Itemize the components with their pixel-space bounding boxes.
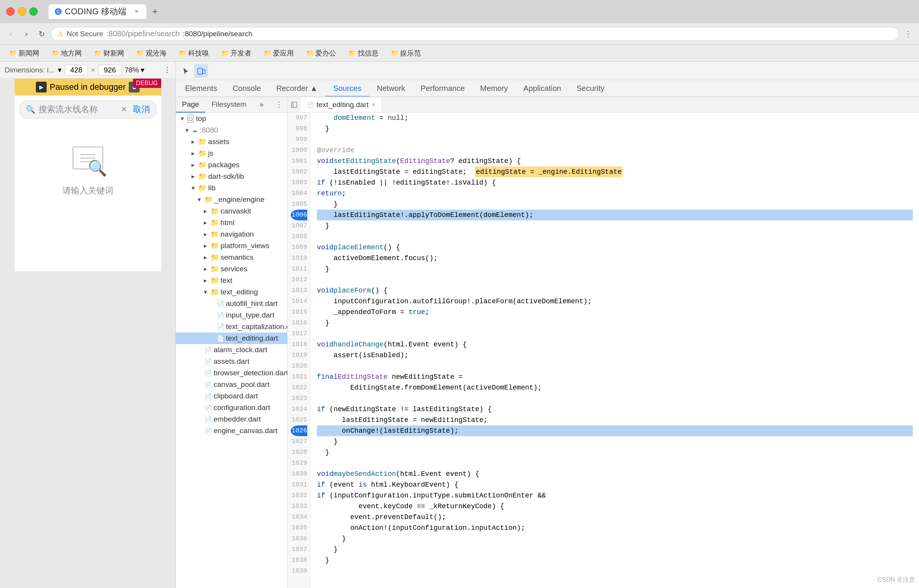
file-tree-tab-filesystem[interactable]: Filesystem	[205, 97, 252, 113]
bookmark-guancanghai[interactable]: 📁 观沧海	[133, 47, 170, 59]
bookmark-yuleran[interactable]: 📁 娱乐范	[388, 47, 424, 59]
zoom-dropdown[interactable]: 78% ▾	[125, 66, 145, 74]
tree-arrow: ►	[202, 243, 209, 249]
line-num-1010: 1010	[291, 253, 307, 264]
tree-item-engine-canvas[interactable]: 📄 engine_canvas.dart	[176, 425, 287, 437]
debug-play-button[interactable]: ▶	[36, 82, 47, 92]
height-input[interactable]	[98, 65, 121, 76]
maximize-window-button[interactable]	[29, 7, 38, 16]
bookmark-zhaoxinxi[interactable]: 📁 找信息	[345, 47, 382, 59]
file-tree-options-button[interactable]: ⋮	[271, 97, 287, 113]
code-line-1035: onAction!(inputConfiguration.inputAction…	[317, 522, 913, 533]
back-button[interactable]: ‹	[5, 28, 17, 40]
cursor-tool-button[interactable]	[179, 64, 193, 78]
tab-memory[interactable]: Memory	[473, 81, 516, 97]
bookmark-xinwen[interactable]: 📁 新闻网	[6, 47, 42, 59]
tree-item-platform-views[interactable]: ► 📁 platform_views	[176, 240, 287, 252]
tree-item-host[interactable]: ▼ ☁ :8080	[176, 124, 287, 136]
devtools-more-button[interactable]: ⋮	[163, 66, 171, 74]
tree-item-alarm-clock[interactable]: 📄 alarm_clock.dart	[176, 344, 287, 356]
folder-icon: 📁	[210, 207, 219, 215]
line-num-1005: 1005	[291, 199, 307, 210]
tree-arrow: ►	[202, 231, 209, 237]
tree-item-html[interactable]: ► 📁 html	[176, 217, 287, 228]
tree-item-text-editing[interactable]: ▼ 📁 text_editing	[176, 286, 287, 298]
browser-tab[interactable]: C CODING 移动端 ×	[49, 4, 146, 19]
bookmark-difang[interactable]: 📁 地方网	[49, 47, 85, 59]
tree-item-text[interactable]: ► 📁 text	[176, 275, 287, 286]
tree-item-services[interactable]: ► 📁 services	[176, 263, 287, 275]
forward-button[interactable]: ›	[20, 28, 32, 40]
file-tree-tab-page[interactable]: Page	[176, 97, 205, 113]
tab-close-button[interactable]: ×	[133, 8, 140, 15]
line-num-1030: 1030	[291, 469, 307, 479]
folder-icon: 📁	[210, 276, 219, 285]
tree-item-browser-detection[interactable]: 📄 browser_detection.dart	[176, 367, 287, 379]
tab-performance[interactable]: Performance	[413, 81, 473, 97]
tree-item-js[interactable]: ► 📁 js	[176, 148, 287, 159]
bookmark-caixin[interactable]: 📁 财新网	[91, 47, 127, 59]
frame-icon: □	[187, 115, 194, 123]
tab-network[interactable]: Network	[369, 81, 413, 97]
tab-security[interactable]: Security	[569, 81, 612, 97]
dimensions-dropdown[interactable]: ▾	[58, 66, 62, 74]
code-line-1010: activeDomElement.focus();	[317, 253, 913, 264]
tree-item-navigation[interactable]: ► 📁 navigation	[176, 228, 287, 240]
bookmark-kejixiu[interactable]: 📁 科技嗅	[176, 47, 212, 59]
editor-tab-text-editing[interactable]: 📄 text_editing.dart ×	[301, 97, 382, 112]
editor-tab-close-button[interactable]: ×	[372, 101, 375, 108]
search-cancel-button[interactable]: 取消	[133, 104, 150, 115]
tree-item-text-editing-dart[interactable]: 📄 text_editing.dart	[176, 333, 287, 344]
tab-sources[interactable]: Sources	[325, 81, 369, 97]
bookmark-aiyingyong[interactable]: 📁 爱应用	[261, 47, 297, 59]
browser-more-button[interactable]: ⋮	[902, 28, 914, 40]
tree-item-lib[interactable]: ▼ 📁 lib	[176, 182, 287, 194]
sources-panel-body: Page Filesystem » ⋮ ▼ □ top	[176, 97, 919, 588]
tree-item-assets[interactable]: ► 📁 assets	[176, 136, 287, 148]
code-line-999	[317, 134, 913, 145]
line-num-1036: 1036	[291, 533, 307, 544]
editor-sidebar-icon[interactable]	[288, 100, 301, 110]
code-content[interactable]: 997 998 999 1000 1001 1002 1003 1004 100…	[288, 113, 919, 588]
folder-icon: 📁	[9, 49, 17, 57]
code-line-1031: if (event is html.KeyboardEvent) {	[317, 479, 913, 490]
folder-icon: 📁	[210, 288, 219, 296]
reload-button[interactable]: ↻	[35, 28, 48, 40]
device-emulation-button[interactable]	[194, 64, 208, 78]
close-window-button[interactable]	[6, 7, 15, 16]
tree-item-clipboard[interactable]: 📄 clipboard.dart	[176, 390, 287, 402]
line-num-1039: 1039	[291, 566, 307, 576]
tree-item-text-capitalization[interactable]: 📄 text_capitalization.dart	[176, 321, 287, 333]
address-bar[interactable]: ⚠ Not Secure :8080/pipeline/search :8080…	[51, 27, 899, 41]
code-line-997: domElement = null;	[317, 113, 913, 123]
new-tab-button[interactable]: +	[148, 5, 162, 18]
tab-console[interactable]: Console	[225, 81, 268, 97]
tree-item-dart-sdk[interactable]: ► 📁 dart-sdk/lib	[176, 171, 287, 182]
tree-item-input-type[interactable]: 📄 input_type.dart	[176, 309, 287, 321]
bookmark-aibanggong[interactable]: 📁 爱办公	[303, 47, 339, 59]
file-tree-more-button[interactable]: »	[255, 97, 268, 113]
tree-item-assets-dart[interactable]: 📄 assets.dart	[176, 356, 287, 367]
tree-item-semantics[interactable]: ► 📁 semantics	[176, 252, 287, 263]
minimize-window-button[interactable]	[18, 7, 26, 16]
tree-item-embedder[interactable]: 📄 embedder.dart	[176, 413, 287, 425]
tree-item-configuration[interactable]: 📄 configuration.dart	[176, 402, 287, 413]
folder-icon: 📁	[221, 49, 229, 57]
url-text: :8080/pipeline/search	[106, 29, 180, 38]
tab-recorder[interactable]: Recorder ▲	[269, 81, 326, 97]
tab-application[interactable]: Application	[516, 81, 569, 97]
tab-elements[interactable]: Elements	[177, 81, 225, 97]
mobile-search-bar[interactable]: 🔍 搜索流水线名称 ✕ 取消	[19, 100, 157, 119]
tree-item-canvaskit[interactable]: ► 📁 canvaskit	[176, 205, 287, 217]
search-clear-button[interactable]: ✕	[121, 105, 127, 114]
bookmark-kaifazhe[interactable]: 📁 开发者	[218, 47, 254, 59]
tree-item-engine[interactable]: ▼ 📁 _engine/engine	[176, 194, 287, 205]
dimension-separator: ×	[91, 66, 95, 74]
tree-item-canvas-pool[interactable]: 📄 canvas_pool.dart	[176, 379, 287, 390]
tree-item-autofill[interactable]: 📄 autofill_hint.dart	[176, 298, 287, 309]
width-input[interactable]	[65, 65, 88, 76]
tree-arrow: ►	[190, 150, 197, 156]
line-num-1028: 1028	[291, 447, 307, 458]
tree-item-top[interactable]: ▼ □ top	[176, 113, 287, 124]
tree-item-packages[interactable]: ► 📁 packages	[176, 159, 287, 171]
